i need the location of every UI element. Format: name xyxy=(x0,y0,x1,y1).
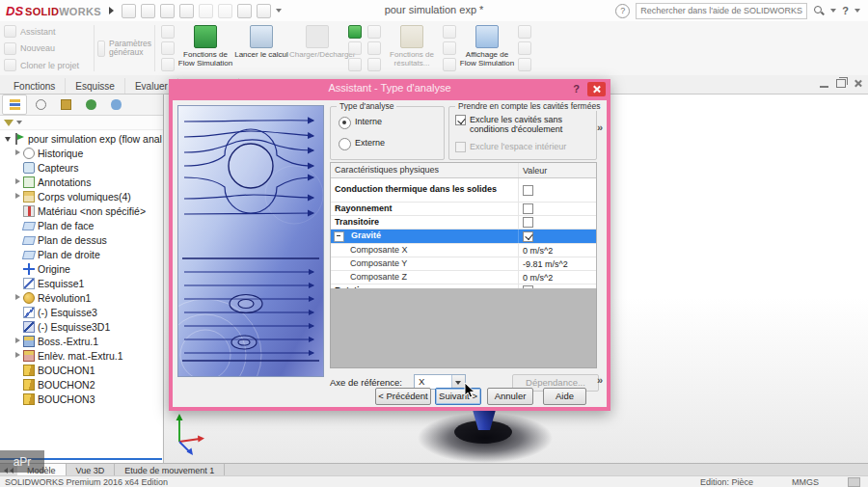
search-icon[interactable] xyxy=(813,5,825,16)
units-indicator[interactable]: MMGS xyxy=(792,477,819,487)
ribbon-small-icon[interactable] xyxy=(443,25,456,39)
table-row[interactable]: Transitoire xyxy=(331,216,596,230)
table-row-gravite-selected[interactable]: Gravité xyxy=(331,230,596,244)
tree-item-origine[interactable]: Origine xyxy=(0,261,162,276)
filter-funnel-icon[interactable] xyxy=(4,120,14,126)
tree-item-historique[interactable]: Historique xyxy=(0,146,162,160)
tree-item-bouchon3[interactable]: BOUCHON3 xyxy=(0,392,162,406)
table-row[interactable]: Composante Y -9.81 m/s^2 xyxy=(331,257,596,271)
tree-item-plan-de-face[interactable]: Plan de face xyxy=(0,218,162,232)
help-icon[interactable]: ? xyxy=(842,5,849,16)
expand-arrow-icon[interactable] xyxy=(14,337,22,345)
ribbon-small-icon[interactable] xyxy=(518,25,531,39)
open-file-icon[interactable] xyxy=(141,4,155,18)
tree-item-capteurs[interactable]: Capteurs xyxy=(0,160,162,175)
ribbon-button-affichage-flow[interactable]: Affichage de Flow Simulation xyxy=(459,21,515,75)
feature-manager-tab[interactable] xyxy=(2,95,27,115)
dialog-help-button[interactable]: ? xyxy=(569,82,583,96)
toolbar-chevron-down-icon[interactable] xyxy=(276,9,282,13)
expand-arrow-icon[interactable] xyxy=(14,293,22,302)
close-document-icon[interactable] xyxy=(854,79,862,88)
ribbon-small-icon[interactable] xyxy=(348,41,362,55)
tree-item-corps-volumiques[interactable]: Corps volumiques(4) xyxy=(0,189,162,203)
tree-item-plan-de-dessus[interactable]: Plan de dessus xyxy=(0,232,162,247)
filter-chevron-icon[interactable] xyxy=(16,121,22,124)
configuration-manager-tab[interactable] xyxy=(54,95,77,114)
ribbon-small-icon[interactable] xyxy=(367,41,381,55)
help-circle-icon[interactable]: ? xyxy=(615,4,630,18)
menu-expand-icon[interactable] xyxy=(109,7,114,14)
rebuild-icon[interactable] xyxy=(237,4,252,18)
dialog-close-icon[interactable] xyxy=(587,82,606,96)
dropdown-chevron-icon[interactable] xyxy=(451,375,465,389)
expand-arrow-icon[interactable] xyxy=(14,351,22,360)
ribbon-small-icon[interactable] xyxy=(518,41,531,55)
collapse-minus-icon[interactable] xyxy=(334,231,344,242)
radio-icon[interactable] xyxy=(339,138,351,150)
tree-item-materiau[interactable]: Matériau <non spécifié> xyxy=(0,203,162,218)
redo-icon[interactable] xyxy=(218,4,232,18)
tree-item-boss-extru1[interactable]: Boss.-Extru.1 xyxy=(0,334,162,348)
undo-icon[interactable] xyxy=(199,4,213,18)
ribbon-button-charger-decharger[interactable]: Charger/Décharger xyxy=(289,21,345,75)
tree-item-plan-de-droite[interactable]: Plan de droite xyxy=(0,247,162,261)
tree-root[interactable]: pour simulation exp (flow analysis) xyxy=(0,131,162,146)
ribbon-small-icon[interactable] xyxy=(348,58,362,71)
ribbon-item-parametres-generaux[interactable]: Paramètres généraux xyxy=(97,21,151,75)
checkbox-icon[interactable] xyxy=(523,231,533,242)
previous-button[interactable]: < Précédent xyxy=(375,388,431,405)
print-icon[interactable] xyxy=(179,4,194,18)
ribbon-small-icon[interactable] xyxy=(443,58,456,71)
search-input[interactable] xyxy=(636,3,807,19)
tree-item-bouchon1[interactable]: BOUCHON1 xyxy=(0,363,162,377)
expand-arrow-icon[interactable] xyxy=(14,149,22,157)
property-manager-tab[interactable] xyxy=(29,95,52,114)
checkbox-icon[interactable] xyxy=(523,185,533,196)
tree-item-bouchon2[interactable]: BOUCHON2 xyxy=(0,377,162,392)
checkbox-icon[interactable] xyxy=(523,203,533,214)
expand-arrow-icon[interactable] xyxy=(4,134,13,143)
cancel-button[interactable]: Annuler xyxy=(487,388,533,405)
options-gear-icon[interactable] xyxy=(257,4,271,18)
tree-item-esquisse1[interactable]: Esquisse1 xyxy=(0,276,162,290)
tree-item-enlev-mat-extru1[interactable]: Enlèv. mat.-Extru.1 xyxy=(0,348,162,363)
play-icon[interactable] xyxy=(348,25,362,39)
tree-item-esquisse3[interactable]: (-) Esquisse3 xyxy=(0,305,162,319)
radio-interne[interactable]: Interne xyxy=(339,117,382,129)
row-value[interactable]: 0 m/s^2 xyxy=(518,244,596,257)
ribbon-button-fonctions-resultats[interactable]: Fonctions de résultats... xyxy=(384,21,440,75)
expand-more-button[interactable]: » xyxy=(597,374,603,386)
table-row[interactable]: Conduction thermique dans les solides xyxy=(331,178,596,203)
ribbon-item-nouveau[interactable]: Nouveau xyxy=(4,41,87,56)
table-row[interactable]: Composante X 0 m/s^2 xyxy=(331,244,596,257)
checkbox-exclure-cavites[interactable]: Exclure les cavités sans conditions d'éc… xyxy=(455,115,590,134)
row-value[interactable]: -9.81 m/s^2 xyxy=(518,257,596,270)
ribbon-button-lancer-calcul[interactable]: Lancer le calcul xyxy=(233,21,289,75)
ribbon-small-icon[interactable] xyxy=(443,41,456,55)
tab-esquisse[interactable]: Esquisse xyxy=(66,78,125,94)
checkbox-icon[interactable] xyxy=(455,115,466,125)
ribbon-button-fonctions-flow[interactable]: Fonctions de Flow Simulation xyxy=(177,21,233,75)
expand-arrow-icon[interactable] xyxy=(14,177,22,186)
search-scope-chevron-icon[interactable] xyxy=(830,9,836,13)
save-icon[interactable] xyxy=(160,4,175,18)
checkbox-icon[interactable] xyxy=(523,217,533,228)
radio-icon[interactable] xyxy=(339,117,351,129)
minimize-icon[interactable] xyxy=(820,86,828,88)
tree-item-revolution1[interactable]: Révolution1 xyxy=(0,290,162,305)
table-row[interactable]: Composante Z 0 m/s^2 xyxy=(331,271,596,284)
ribbon-small-icon[interactable] xyxy=(367,25,381,39)
tree-item-esquisse3d1[interactable]: (-) Esquisse3D1 xyxy=(0,319,162,334)
ribbon-item-assistant[interactable]: Assistant xyxy=(4,24,87,39)
display-manager-tab[interactable] xyxy=(104,95,127,114)
ribbon-small-icon[interactable] xyxy=(161,58,175,71)
collapse-chevron-icon[interactable] xyxy=(854,9,860,13)
expand-arrow-icon[interactable] xyxy=(14,192,22,201)
restore-icon[interactable] xyxy=(836,79,846,88)
tree-item-annotations[interactable]: Annotations xyxy=(0,175,162,189)
ribbon-item-cloner[interactable]: Cloner le projet xyxy=(4,58,87,72)
radio-externe[interactable]: Externe xyxy=(339,138,385,150)
row-value[interactable]: 0 m/s^2 xyxy=(518,271,596,284)
ribbon-small-icon[interactable] xyxy=(518,58,531,71)
expand-more-button[interactable]: » xyxy=(597,122,603,133)
